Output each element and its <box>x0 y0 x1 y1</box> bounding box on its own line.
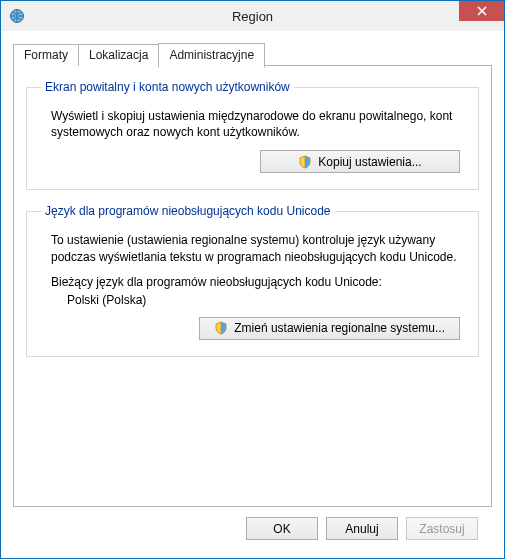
button-label: Zmień ustawienia regionalne systemu... <box>234 321 445 335</box>
change-system-locale-button[interactable]: Zmień ustawienia regionalne systemu... <box>199 317 460 340</box>
tab-label: Administracyjne <box>169 48 254 62</box>
tab-administracyjne[interactable]: Administracyjne <box>158 43 265 68</box>
tab-label: Formaty <box>24 48 68 62</box>
close-icon <box>477 6 487 16</box>
window-title: Region <box>1 9 504 24</box>
tab-formaty[interactable]: Formaty <box>13 44 79 66</box>
button-label: Kopiuj ustawienia... <box>318 155 421 169</box>
apply-button: Zastosuj <box>406 517 478 540</box>
close-button[interactable] <box>459 1 504 21</box>
group-description: Wyświetl i skopiuj ustawienia międzynaro… <box>51 108 464 140</box>
group-legend: Język dla programów nieobsługujących kod… <box>41 204 335 218</box>
button-row: Zmień ustawienia regionalne systemu... <box>41 317 460 340</box>
region-window: Region Formaty Lokalizacja Administracyj… <box>0 0 505 559</box>
shield-icon <box>214 321 228 335</box>
group-welcome-screen: Ekran powitalny i konta nowych użytkowni… <box>26 80 479 190</box>
group-legend: Ekran powitalny i konta nowych użytkowni… <box>41 80 294 94</box>
dialog-footer: OK Anuluj Zastosuj <box>13 507 492 554</box>
ok-button[interactable]: OK <box>246 517 318 540</box>
window-body: Formaty Lokalizacja Administracyjne Ekra… <box>1 31 504 558</box>
tab-page-administracyjne: Ekran powitalny i konta nowych użytkowni… <box>13 65 492 507</box>
group-description: To ustawienie (ustawienia regionalne sys… <box>51 232 464 264</box>
tab-label: Lokalizacja <box>89 48 148 62</box>
cancel-button[interactable]: Anuluj <box>326 517 398 540</box>
copy-settings-button[interactable]: Kopiuj ustawienia... <box>260 150 460 173</box>
titlebar: Region <box>1 1 504 31</box>
current-language-label: Bieżący język dla programów nieobsługują… <box>51 275 464 289</box>
tab-strip: Formaty Lokalizacja Administracyjne <box>13 41 492 65</box>
tab-lokalizacja[interactable]: Lokalizacja <box>78 44 159 66</box>
button-row: Kopiuj ustawienia... <box>41 150 460 173</box>
group-non-unicode-language: Język dla programów nieobsługujących kod… <box>26 204 479 356</box>
globe-icon <box>9 8 25 24</box>
shield-icon <box>298 155 312 169</box>
current-language-value: Polski (Polska) <box>67 293 464 307</box>
